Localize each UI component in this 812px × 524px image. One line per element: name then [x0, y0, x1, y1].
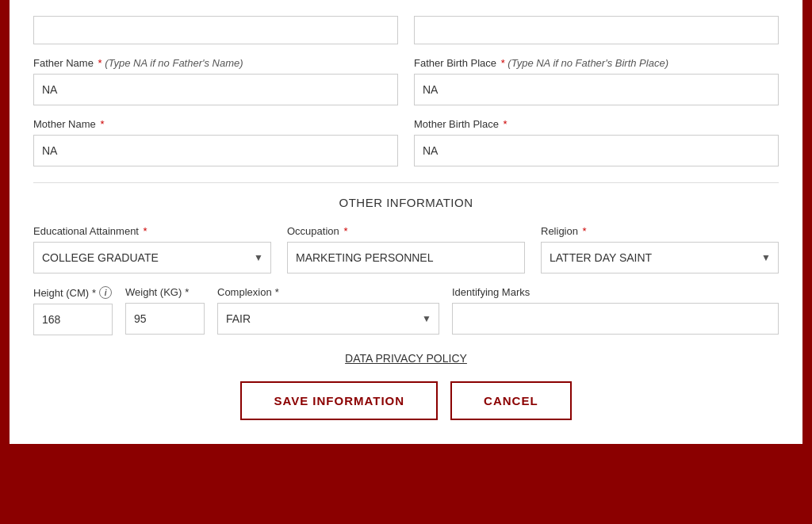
weight-required: * [185, 286, 189, 298]
mother-name-label: Mother Name * [33, 118, 398, 130]
father-name-hint: (Type NA if no Father's Name) [105, 57, 243, 69]
mother-name-required: * [100, 118, 104, 130]
section-divider [33, 182, 779, 183]
father-name-input[interactable] [33, 74, 398, 105]
father-name-group: Father Name * (Type NA if no Father's Na… [33, 57, 398, 105]
height-info-icon[interactable]: i [99, 286, 112, 299]
privacy-policy-link[interactable]: DATA PRIVACY POLICY [345, 352, 467, 365]
buttons-row: SAVE INFORMATION CANCEL [33, 381, 779, 420]
occupation-required: * [343, 225, 347, 237]
weight-input[interactable] [125, 303, 205, 335]
father-birthplace-label: Father Birth Place * (Type NA if no Fath… [414, 57, 779, 69]
father-name-required: * [98, 57, 102, 69]
educational-group: Educational Attainment * COLLEGE GRADUAT… [33, 225, 271, 273]
father-row: Father Name * (Type NA if no Father's Na… [33, 57, 779, 105]
religion-group: Religion * LATTER DAY SAINT ROMAN CATHOL… [541, 225, 779, 273]
mother-name-group: Mother Name * [33, 118, 398, 166]
weight-group: Weight (KG) * [125, 286, 205, 335]
cancel-button[interactable]: CANCEL [450, 381, 572, 420]
metrics-row: Height (CM) * i Weight (KG) * Complexion… [33, 286, 779, 335]
identifying-label-row: Identifying Marks [452, 286, 779, 298]
mother-birthplace-input[interactable] [414, 135, 779, 166]
educational-select-wrapper: COLLEGE GRADUATE HIGH SCHOOL GRADUATE EL… [33, 242, 271, 273]
height-group: Height (CM) * i [33, 286, 113, 335]
identifying-group: Identifying Marks [452, 286, 779, 335]
complexion-required: * [275, 286, 279, 298]
occupation-input[interactable] [287, 242, 525, 273]
identifying-marks-input[interactable] [452, 303, 779, 335]
privacy-link-container: DATA PRIVACY POLICY [33, 351, 779, 365]
top-inputs-row [33, 16, 779, 44]
educational-label: Educational Attainment * [33, 225, 271, 237]
educational-required: * [144, 225, 147, 237]
religion-select-wrapper: LATTER DAY SAINT ROMAN CATHOLIC ISLAM PR… [541, 242, 779, 273]
other-information-title: OTHER INFORMATION [33, 196, 779, 209]
complexion-select[interactable]: FAIR MORENA DARK LIGHT [217, 303, 439, 335]
complexion-label-row: Complexion * [217, 286, 439, 298]
height-input[interactable] [33, 304, 113, 335]
occupation-group: Occupation * [287, 225, 525, 273]
religion-select[interactable]: LATTER DAY SAINT ROMAN CATHOLIC ISLAM PR… [541, 242, 779, 273]
mother-name-input[interactable] [33, 135, 398, 166]
father-birthplace-hint: (Type NA if no Father's Birth Place) [508, 57, 668, 69]
father-birthplace-group: Father Birth Place * (Type NA if no Fath… [414, 57, 779, 105]
complexion-group: Complexion * FAIR MORENA DARK LIGHT ▼ [217, 286, 439, 335]
mother-birthplace-required: * [504, 118, 508, 130]
religion-label: Religion * [541, 225, 779, 237]
occupation-label: Occupation * [287, 225, 525, 237]
mother-birthplace-label: Mother Birth Place * [414, 118, 779, 130]
form-container: Father Name * (Type NA if no Father's Na… [10, 0, 802, 444]
top-input-left[interactable] [33, 16, 398, 44]
father-name-label: Father Name * (Type NA if no Father's Na… [33, 57, 398, 69]
father-birthplace-required: * [501, 57, 505, 69]
father-birthplace-input[interactable] [414, 74, 779, 105]
edu-occ-rel-row: Educational Attainment * COLLEGE GRADUAT… [33, 225, 779, 273]
mother-row: Mother Name * Mother Birth Place * [33, 118, 779, 166]
complexion-select-wrapper: FAIR MORENA DARK LIGHT ▼ [217, 303, 439, 335]
educational-select[interactable]: COLLEGE GRADUATE HIGH SCHOOL GRADUATE EL… [33, 242, 271, 273]
height-required: * [92, 287, 96, 299]
save-button[interactable]: SAVE INFORMATION [240, 381, 438, 420]
mother-birthplace-group: Mother Birth Place * [414, 118, 779, 166]
weight-label-row: Weight (KG) * [125, 286, 205, 298]
top-input-right[interactable] [414, 16, 779, 44]
height-label-row: Height (CM) * i [33, 286, 113, 299]
religion-required: * [583, 225, 587, 237]
